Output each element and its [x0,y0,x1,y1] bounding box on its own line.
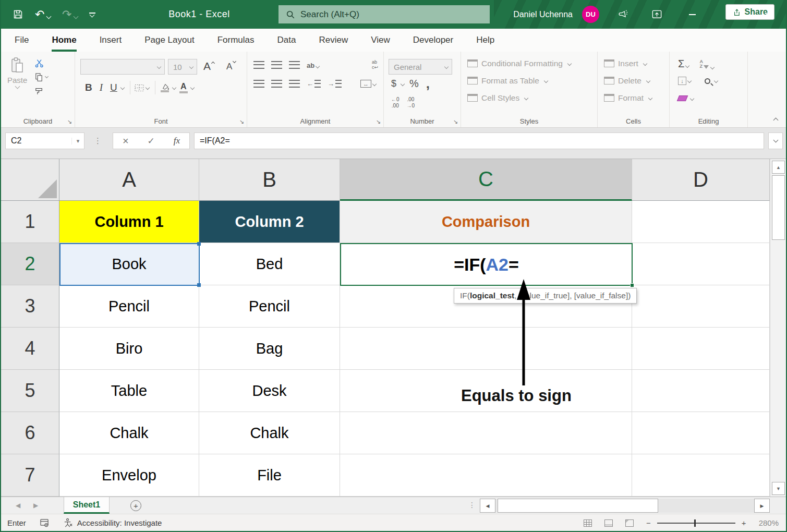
maximize-button[interactable] [711,0,748,29]
underline-button[interactable]: U [106,82,119,93]
cell-a2[interactable]: Book [59,243,199,285]
tab-insert[interactable]: Insert [100,29,122,52]
align-center-button[interactable] [271,80,282,88]
row-header-4[interactable]: 4 [1,328,59,370]
col-header-d[interactable]: D [632,159,770,201]
merge-center-button[interactable]: ↔ [360,80,378,88]
font-size-combo[interactable]: 10 [168,59,197,75]
coming-soon-button[interactable] [607,0,640,29]
normal-view-button[interactable] [584,519,592,527]
user-name[interactable]: Daniel Uchenna [513,10,573,19]
save-icon[interactable] [13,9,23,20]
clipboard-dialog-launcher[interactable]: ↘ [67,119,72,125]
row-header-1[interactable]: 1 [1,201,59,243]
name-box-dropdown-icon[interactable]: ▾ [71,138,84,144]
prev-sheet-button[interactable]: ◀ [16,497,20,514]
orientation-button[interactable]: ab [307,61,321,70]
conditional-formatting-button[interactable]: Conditional Formatting [461,55,597,72]
undo-button[interactable]: ↶ [35,9,51,20]
next-sheet-button[interactable]: ▶ [33,497,38,514]
align-bottom-button[interactable] [289,61,300,69]
col-header-b[interactable]: B [199,159,340,201]
tab-view[interactable]: View [371,29,390,52]
name-box[interactable]: C2 ▾ [5,132,84,149]
cell-b4[interactable]: Bag [199,328,340,370]
row-header-3[interactable]: 3 [1,285,59,328]
cell-d2[interactable] [632,243,770,285]
tab-sheet1[interactable]: Sheet1 [64,497,110,514]
decrease-decimal-button[interactable]: .00→0 [407,96,415,108]
scroll-up-button[interactable]: ▲ [772,161,785,174]
cell-a5[interactable]: Table [59,370,199,412]
new-sheet-button[interactable]: + [130,500,141,511]
insert-function-button[interactable]: fx [174,136,180,146]
zoom-level[interactable]: 280% [759,518,779,527]
tab-formulas[interactable]: Formulas [217,29,255,52]
align-top-button[interactable] [253,61,264,69]
number-format-combo[interactable]: General [389,59,452,75]
find-select-button[interactable] [705,78,720,84]
cell-b6[interactable]: Chalk [199,412,340,454]
cell-a4[interactable]: Biro [59,328,199,370]
tab-scroll-handle[interactable]: ⋮ [468,501,476,509]
accessibility-status[interactable]: Accessibility: Investigate [63,518,162,528]
row-header-2[interactable]: 2 [1,243,59,285]
ribbon-display-options-button[interactable] [640,0,673,29]
cell-d3[interactable] [632,285,770,328]
fill-color-dropdown-icon[interactable] [172,86,176,90]
insert-cells-button[interactable]: Insert [598,55,669,72]
horizontal-scroll-thumb[interactable] [498,499,658,513]
fill-color-button[interactable] [159,83,171,92]
cancel-button[interactable]: × [123,135,129,147]
decrease-indent-button[interactable]: ← [307,80,321,88]
enter-button[interactable]: ✓ [148,136,155,147]
bold-button[interactable]: B [81,82,96,93]
cell-b2[interactable]: Bed [199,243,340,285]
page-break-view-button[interactable] [625,519,634,527]
shrink-font-button[interactable]: A [226,62,236,72]
search-bar[interactable]: Search (Alt+Q) [279,5,490,23]
cell-a7[interactable]: Envelop [59,454,199,497]
comma-style-button[interactable]: , [426,80,430,87]
scroll-down-button[interactable]: ▼ [772,482,785,495]
collapse-ribbon-button[interactable] [773,118,779,123]
delete-cells-button[interactable]: Delete [598,72,669,89]
accounting-dropdown-icon[interactable] [401,81,405,86]
row-header-7[interactable]: 7 [1,454,59,497]
autosum-button[interactable]: Σ [678,58,691,70]
cell-d7[interactable] [632,454,770,497]
fill-handle[interactable] [630,283,634,287]
font-dialog-launcher[interactable]: ↘ [239,119,244,125]
minimize-button[interactable] [673,0,711,29]
vertical-scrollbar[interactable]: ▲ ▼ [770,159,786,497]
cell-d5[interactable] [632,370,770,412]
expand-formula-bar-button[interactable] [768,132,783,149]
paste-button[interactable]: Paste [7,57,27,127]
cell-d6[interactable] [632,412,770,454]
font-color-button[interactable]: A [178,82,189,93]
format-cells-button[interactable]: Format [598,89,669,106]
align-right-button[interactable] [289,80,300,88]
cell-d4[interactable] [632,328,770,370]
format-painter-button[interactable] [34,86,48,96]
wrap-text-button[interactable]: abc↩ [372,60,378,70]
clear-button[interactable] [678,95,696,101]
percent-style-button[interactable]: % [409,78,419,90]
cell-a1[interactable]: Column 1 [59,201,199,243]
cell-a3[interactable]: Pencil [59,285,199,328]
formula-input[interactable]: =IF(A2= [194,132,764,149]
increase-indent-button[interactable]: → [328,80,342,88]
tab-developer[interactable]: Developer [413,29,454,52]
cell-c4[interactable] [340,328,632,370]
scroll-right-button[interactable]: ▶ [754,499,770,513]
align-left-button[interactable] [253,80,264,88]
italic-button[interactable]: I [96,82,106,93]
cell-c7[interactable] [340,454,632,497]
customize-qat-button[interactable] [89,13,95,17]
avatar[interactable]: DU [582,6,599,23]
tab-home[interactable]: Home [52,29,76,52]
number-dialog-launcher[interactable]: ↘ [453,119,458,125]
tab-review[interactable]: Review [319,29,348,52]
sort-filter-button[interactable]: AZ [699,59,716,69]
cell-c6[interactable] [340,412,632,454]
